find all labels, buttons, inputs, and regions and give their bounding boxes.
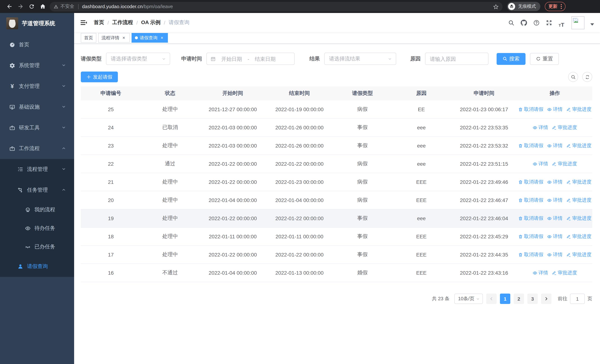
detail-link[interactable]: 详情: [533, 270, 548, 276]
detail-link[interactable]: 详情: [533, 124, 548, 131]
sidebar-item-dev-tools[interactable]: 研发工具: [0, 118, 74, 138]
reason-input[interactable]: [425, 56, 488, 62]
table-row[interactable]: 21处理中2022-01-22 00:00:002022-01-23 00:00…: [81, 173, 592, 191]
sidebar-item-process-mgmt[interactable]: 流程管理: [0, 159, 74, 180]
breadcrumb-workflow[interactable]: 工作流程: [112, 19, 133, 26]
goto-page-input[interactable]: [570, 294, 585, 304]
sidebar-item-home[interactable]: 首页: [0, 35, 74, 55]
update-button[interactable]: 更新: [545, 2, 565, 11]
table-row[interactable]: 20处理中2022-01-04 00:00:002022-01-04 00:00…: [81, 191, 592, 209]
address-bar[interactable]: 不安全 dashboard.yudao.iocoder.cn/bpm/oa/le…: [50, 2, 503, 11]
bookmark-button[interactable]: [493, 3, 499, 9]
detail-link[interactable]: 详情: [547, 197, 562, 204]
show-search-toggle-button[interactable]: [568, 72, 578, 82]
eye-icon: [547, 234, 552, 239]
cancel-leave-link[interactable]: 取消请假: [518, 251, 543, 258]
apply-time-range-picker[interactable]: -: [206, 53, 295, 65]
leave-type-select[interactable]: 请选择请假类型: [106, 53, 170, 65]
approval-progress-link[interactable]: 审批进度: [552, 160, 577, 167]
browser-toolbar: 不安全 dashboard.yudao.iocoder.cn/bpm/oa/le…: [0, 0, 600, 13]
table-row[interactable]: 16不通过2022-01-04 00:00:002022-01-13 00:00…: [81, 264, 592, 282]
page-size-select[interactable]: 10条/页: [454, 294, 483, 304]
sidebar-item-done-tasks[interactable]: 已办任务: [0, 238, 74, 256]
table-row[interactable]: 18处理中2022-01-11 00:00:002022-01-11 00:00…: [81, 228, 592, 246]
goto-page: 前往 页: [558, 294, 592, 304]
approval-progress-link[interactable]: 审批进度: [566, 251, 591, 258]
breadcrumb-home[interactable]: 首页: [94, 19, 104, 26]
sidebar-item-leave-query[interactable]: 请假查询: [0, 256, 74, 277]
font-size-button[interactable]: TT: [557, 18, 566, 28]
table-row[interactable]: 22通过2022-01-22 00:00:002022-01-22 00:00:…: [81, 155, 592, 173]
help-button[interactable]: [531, 18, 541, 28]
sidebar-item-todo-tasks[interactable]: 待办任务: [0, 219, 74, 238]
cancel-leave-link[interactable]: 取消请假: [518, 233, 543, 240]
approval-progress-link[interactable]: 审批进度: [566, 106, 591, 113]
cancel-leave-link[interactable]: 取消请假: [518, 179, 543, 185]
security-indicator[interactable]: 不安全: [53, 3, 74, 10]
table-row[interactable]: 23处理中2022-01-03 00:00:002022-01-26 00:00…: [81, 137, 592, 155]
github-button[interactable]: [519, 18, 528, 28]
cancel-leave-link[interactable]: 取消请假: [518, 215, 543, 222]
tab-label: 首页: [84, 35, 93, 41]
detail-link[interactable]: 详情: [547, 215, 562, 222]
end-date-input[interactable]: [252, 56, 279, 62]
home-button[interactable]: [37, 1, 48, 12]
detail-link[interactable]: 详情: [533, 160, 548, 167]
sidebar-item-my-process[interactable]: 我的流程: [0, 201, 74, 219]
search-button[interactable]: 搜索: [497, 53, 525, 65]
page-button-3[interactable]: 3: [527, 294, 538, 304]
approval-progress-link[interactable]: 审批进度: [566, 215, 591, 222]
refresh-table-button[interactable]: [582, 72, 592, 82]
table-row[interactable]: 25处理中2021-12-27 00:00:002022-01-19 00:00…: [81, 101, 592, 119]
approval-progress-link[interactable]: 审批进度: [552, 270, 577, 276]
table-row[interactable]: 24已取消2022-01-03 00:00:002022-01-26 00:00…: [81, 119, 592, 137]
cancel-leave-link[interactable]: 取消请假: [518, 197, 543, 204]
sidebar-item-workflow[interactable]: 工作流程: [0, 138, 74, 159]
fullscreen-button[interactable]: [544, 18, 554, 28]
tab-process-detail[interactable]: 流程详情 ×: [98, 33, 130, 43]
table-row[interactable]: 19处理中2022-01-22 00:00:002022-01-22 00:00…: [81, 209, 592, 228]
detail-link[interactable]: 详情: [547, 179, 562, 185]
back-button[interactable]: [4, 1, 15, 12]
approval-progress-link[interactable]: 审批进度: [552, 124, 577, 131]
start-date-input[interactable]: [218, 56, 245, 62]
approval-progress-link[interactable]: 审批进度: [566, 197, 591, 204]
header-search-button[interactable]: [506, 18, 516, 28]
cancel-leave-link[interactable]: 取消请假: [518, 106, 543, 113]
caret-down-icon[interactable]: [590, 23, 594, 26]
next-page-button[interactable]: [541, 294, 552, 304]
close-icon[interactable]: ×: [121, 35, 126, 40]
tab-leave-query[interactable]: 请假查询 ×: [131, 33, 168, 43]
col-actions: 操作: [517, 90, 592, 97]
reset-button[interactable]: 重置: [530, 53, 559, 65]
breadcrumb-oa-example[interactable]: OA 示例: [141, 19, 161, 26]
sidebar-item-infrastructure[interactable]: 基础设施: [0, 97, 74, 118]
detail-link[interactable]: 详情: [547, 233, 562, 240]
app-logo: [6, 18, 18, 29]
tab-home[interactable]: 首页: [81, 33, 96, 43]
approval-progress-link[interactable]: 审批进度: [566, 142, 591, 149]
approval-progress-link[interactable]: 审批进度: [566, 233, 591, 240]
page-button-1[interactable]: 1: [500, 294, 510, 304]
sidebar-item-payment[interactable]: ¥ 支付管理: [0, 76, 74, 97]
forward-button[interactable]: [15, 1, 26, 12]
refresh-button[interactable]: [26, 1, 37, 12]
close-icon[interactable]: ×: [159, 35, 165, 40]
app-logo-row[interactable]: 芋道管理系统: [0, 13, 74, 34]
detail-link[interactable]: 详情: [547, 142, 562, 149]
sidebar-item-task-mgmt[interactable]: 任务管理: [0, 180, 74, 201]
avatar[interactable]: [572, 16, 584, 29]
table-row[interactable]: 17处理中2022-01-22 00:00:002022-01-22 00:00…: [81, 246, 592, 264]
cancel-leave-link[interactable]: 取消请假: [518, 142, 543, 149]
browser-menu-icon[interactable]: [561, 4, 562, 9]
prev-page-button[interactable]: [486, 294, 497, 304]
sidebar-item-system[interactable]: 系统管理: [0, 55, 74, 76]
create-leave-button[interactable]: 发起请假: [81, 72, 118, 82]
detail-link[interactable]: 详情: [547, 106, 562, 113]
sidebar-collapse-icon[interactable]: [80, 19, 87, 26]
approval-progress-link[interactable]: 审批进度: [566, 179, 591, 185]
detail-link[interactable]: 详情: [547, 251, 562, 258]
page-button-2[interactable]: 2: [514, 294, 524, 304]
result-select[interactable]: 请选择流结果: [324, 53, 396, 65]
breadcrumb-separator: /: [164, 20, 165, 26]
